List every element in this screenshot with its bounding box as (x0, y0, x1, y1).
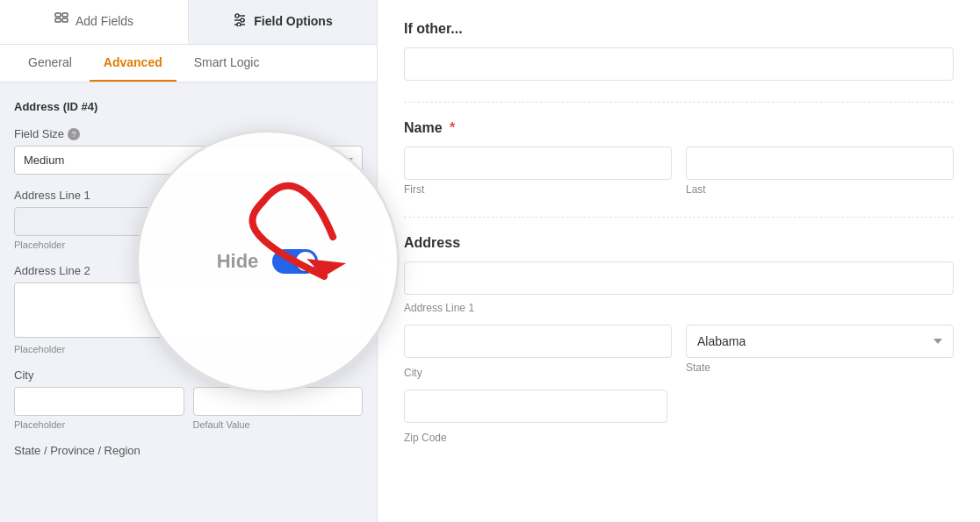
city-form-input[interactable] (404, 325, 672, 358)
city-default-group: Default Value (193, 387, 364, 430)
if-other-title: If other... (404, 21, 954, 37)
state-label: State / Province / Region (14, 444, 363, 457)
required-star: * (450, 120, 455, 135)
hide-label: Hide (217, 250, 259, 273)
last-name-input[interactable] (686, 147, 954, 180)
first-label: First (404, 183, 672, 196)
overlay-content: Hide (217, 249, 319, 274)
address-line1-form-label: Address Line 1 (404, 302, 954, 314)
svg-point-9 (237, 23, 241, 26)
sub-tab-bar: General Advanced Smart Logic (0, 45, 377, 82)
left-panel: Add Fields Field Options General Advance… (0, 0, 378, 522)
if-other-section: If other... (404, 21, 954, 81)
tab-field-options[interactable]: Field Options (189, 0, 377, 44)
city-form-label: City (404, 367, 672, 379)
name-section: Name * First Last (404, 120, 954, 196)
city-form-group: City (404, 325, 672, 379)
toggle-track (272, 249, 318, 274)
hide-overlay: Hide (136, 130, 400, 393)
tab-add-fields[interactable]: Add Fields (0, 0, 189, 44)
last-name-group: Last (686, 147, 954, 196)
state-form-label: State (686, 361, 954, 374)
address-line1-form-input[interactable] (404, 261, 954, 295)
tab-field-options-label: Field Options (254, 14, 332, 28)
city-placeholder-input[interactable] (14, 387, 184, 416)
address-title: Address (404, 235, 954, 251)
zip-input[interactable] (404, 390, 667, 423)
sub-tab-advanced[interactable]: Advanced (90, 45, 177, 82)
svg-point-7 (241, 18, 244, 22)
name-title: Name * (404, 120, 954, 136)
right-panel: If other... Name * First Last Address Ad… (378, 0, 980, 522)
section-title: Address (ID #4) (14, 100, 363, 113)
sliders-icon (233, 12, 247, 29)
name-row: First Last (404, 147, 954, 196)
last-label: Last (686, 183, 954, 196)
tab-add-fields-label: Add Fields (76, 14, 133, 28)
svg-rect-3 (62, 18, 68, 22)
svg-rect-1 (62, 13, 68, 17)
sub-tab-smart-logic[interactable]: Smart Logic (180, 45, 274, 82)
state-form-select[interactable]: Alabama Alaska Arizona Arkansas Californ… (686, 325, 954, 358)
zip-group: Zip Code (404, 390, 954, 444)
city-placeholder-label: Placeholder (14, 419, 184, 430)
first-name-input[interactable] (404, 147, 672, 180)
if-other-input[interactable] (404, 47, 954, 81)
state-group: State / Province / Region (14, 444, 363, 457)
toggle-thumb (296, 252, 315, 271)
first-name-group: First (404, 147, 672, 196)
city-inputs: Placeholder Default Value (14, 387, 363, 430)
city-state-row: City Alabama Alaska Arizona Arkansas Cal… (404, 325, 954, 379)
city-default-label: Default Value (193, 419, 364, 430)
divider-1 (404, 102, 954, 103)
city-placeholder-group: Placeholder (14, 387, 184, 430)
field-size-help-icon[interactable]: ? (68, 128, 80, 140)
divider-2 (404, 217, 954, 218)
state-form-group: Alabama Alaska Arizona Arkansas Californ… (686, 325, 954, 379)
grid-icon (54, 12, 68, 29)
address-section: Address Address Line 1 City Alabama Alas… (404, 235, 954, 444)
svg-rect-2 (55, 18, 61, 22)
sub-tab-general[interactable]: General (14, 45, 86, 82)
svg-point-5 (235, 14, 239, 18)
zip-label: Zip Code (404, 432, 954, 444)
top-tab-bar: Add Fields Field Options (0, 0, 377, 45)
svg-rect-0 (55, 13, 61, 17)
hide-toggle[interactable] (272, 249, 318, 274)
